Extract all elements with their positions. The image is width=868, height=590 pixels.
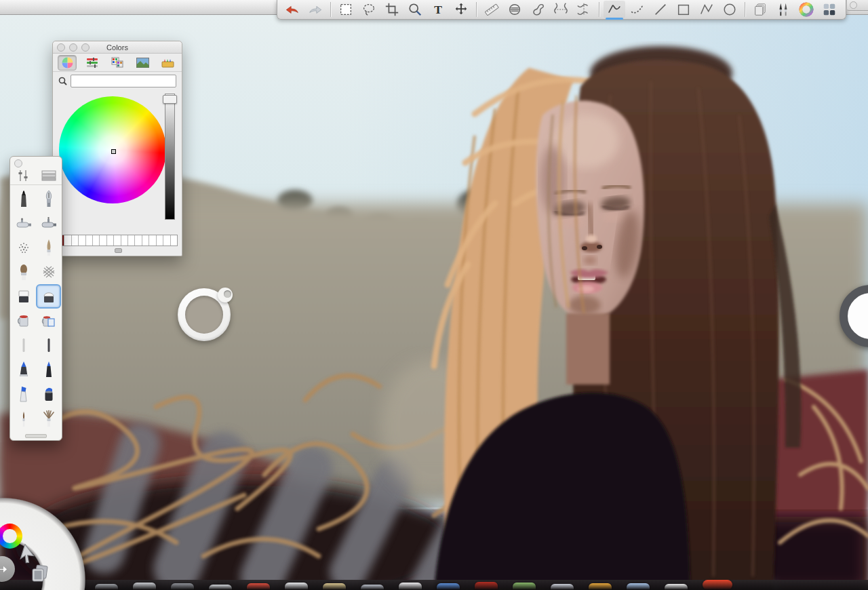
puck-tab[interactable]	[218, 288, 233, 302]
rect-selection-button[interactable]	[335, 1, 357, 18]
dock-app-12[interactable]	[513, 583, 536, 590]
dock-app-10[interactable]	[437, 583, 460, 590]
swatch-5[interactable]	[86, 235, 93, 245]
layers-button[interactable]	[749, 1, 771, 18]
palette-drag-handle[interactable]	[10, 157, 62, 168]
tool-airbrush-fine[interactable]	[11, 211, 36, 235]
move-button[interactable]	[450, 1, 472, 18]
tab-color-palettes[interactable]	[108, 55, 127, 71]
tool-pencil[interactable]	[11, 186, 36, 211]
polyline-shape-button[interactable]	[696, 1, 717, 18]
french-curve-button[interactable]	[527, 1, 549, 18]
swatch-6[interactable]	[93, 235, 100, 245]
tool-pointed-brush[interactable]	[36, 235, 61, 260]
dock-app-14[interactable]	[589, 583, 612, 590]
colors-panel-titlebar[interactable]: Colors	[53, 41, 182, 54]
dock-app-9[interactable]	[399, 583, 422, 590]
tool-soft-smudge[interactable]	[11, 333, 36, 357]
color-search-input[interactable]	[71, 75, 176, 87]
swatch-13[interactable]	[142, 235, 149, 245]
crop-button[interactable]	[381, 1, 403, 18]
swatch-3[interactable]	[72, 235, 79, 245]
tool-fan-brush[interactable]	[36, 406, 61, 431]
current-color-puck[interactable]	[178, 288, 231, 341]
settings-sliders-icon[interactable]	[16, 170, 30, 182]
swatch-11[interactable]	[128, 235, 135, 245]
redo-button[interactable]	[304, 1, 326, 18]
tab-color-sliders[interactable]	[83, 55, 102, 71]
ruler-button[interactable]	[481, 1, 502, 18]
toolbar-separator	[330, 2, 331, 17]
tool-airbrush-coarse[interactable]	[36, 211, 61, 235]
tool-chisel-marker[interactable]	[11, 382, 36, 406]
dock-app-16[interactable]	[665, 584, 688, 590]
line-button[interactable]	[650, 1, 671, 18]
undo-button[interactable]	[281, 1, 303, 18]
swatch-14[interactable]	[149, 235, 156, 245]
swatch-16[interactable]	[163, 235, 170, 245]
cut-vertical-button[interactable]	[573, 1, 595, 18]
swatch-7[interactable]	[100, 235, 106, 245]
dock-app-4[interactable]	[209, 585, 232, 590]
lasso-selection-button[interactable]	[358, 1, 380, 18]
rectangle-shape-button[interactable]	[673, 1, 694, 18]
swatch-2[interactable]	[64, 235, 71, 245]
tab-image-palettes[interactable]	[133, 55, 152, 71]
brightness-slider[interactable]	[165, 94, 175, 220]
tool-detail-brush[interactable]	[11, 406, 36, 431]
tab-color-wheel[interactable]	[58, 55, 77, 71]
brushes-button[interactable]	[772, 1, 794, 18]
swatch-12[interactable]	[135, 235, 142, 245]
tool-airbrush-can[interactable]	[36, 382, 61, 406]
ellipse-shape-button[interactable]	[719, 1, 741, 18]
cursor-icon[interactable]	[19, 544, 38, 567]
brightness-slider-handle[interactable]	[163, 95, 177, 104]
tool-crosshatch[interactable]	[36, 260, 61, 284]
photos-icon[interactable]	[30, 564, 50, 586]
dock-app-6[interactable]	[285, 583, 308, 590]
tool-marker[interactable]	[11, 357, 36, 382]
tool-spray-texture[interactable]	[11, 235, 36, 260]
tool-soft-eraser[interactable]	[36, 284, 61, 309]
swatch-17[interactable]	[171, 235, 177, 245]
freehand-curve-button[interactable]	[604, 1, 625, 18]
palette-resize-handle[interactable]	[10, 432, 62, 440]
dotted-curve-button[interactable]	[627, 1, 648, 18]
stack-icon[interactable]	[41, 170, 56, 181]
text-button[interactable]: T	[427, 1, 449, 18]
window-control-icon[interactable]	[850, 1, 857, 9]
zoom-button[interactable]	[404, 1, 426, 18]
tool-hard-eraser[interactable]	[11, 284, 36, 309]
tool-hard-smudge[interactable]	[36, 333, 61, 357]
dock-app-11[interactable]	[475, 582, 498, 590]
panel-resize-grip[interactable]	[115, 248, 122, 253]
dock-app-7[interactable]	[323, 583, 346, 590]
cut-horizontal-button[interactable]	[550, 1, 572, 18]
color-wheel-selector[interactable]	[111, 149, 116, 154]
dock-app-17[interactable]	[703, 580, 732, 590]
tool-mop-brush[interactable]	[11, 260, 36, 284]
palette-grid-button[interactable]	[818, 1, 840, 18]
dock-app-8[interactable]	[361, 585, 384, 590]
palette-grid-icon	[111, 57, 123, 68]
dock-app-3[interactable]	[171, 583, 194, 590]
dock-app-1[interactable]	[95, 584, 118, 590]
colors-panel-tabs	[53, 54, 182, 72]
dock-app-5[interactable]	[247, 583, 270, 590]
swatch-15[interactable]	[157, 235, 163, 245]
dock-app-13[interactable]	[551, 584, 574, 590]
dock-app-2[interactable]	[133, 583, 156, 590]
dock-app-15[interactable]	[627, 583, 650, 590]
color-wheel-button[interactable]	[795, 1, 817, 18]
swatch-10[interactable]	[121, 235, 128, 245]
swatch-9[interactable]	[114, 235, 121, 245]
colors-panel-title: Colors	[53, 43, 182, 52]
tab-pencils[interactable]	[158, 55, 177, 71]
swatch-4[interactable]	[79, 235, 85, 245]
tool-paint-bucket[interactable]	[11, 309, 36, 333]
tool-pattern-fill[interactable]	[36, 309, 61, 333]
tool-felt-tip[interactable]	[36, 357, 61, 382]
ellipse-guide-button[interactable]	[504, 1, 526, 18]
swatch-8[interactable]	[107, 235, 114, 245]
tool-ink-pen[interactable]	[36, 186, 61, 211]
